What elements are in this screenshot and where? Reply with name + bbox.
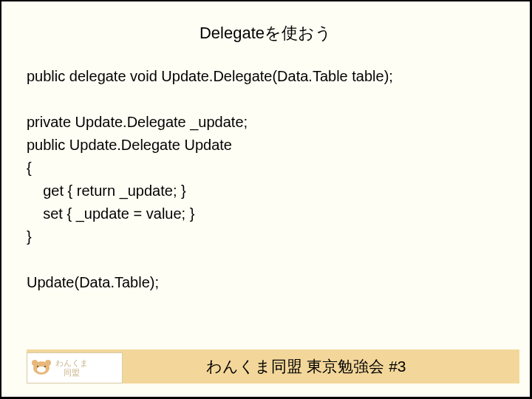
code-line: { bbox=[27, 157, 505, 180]
code-line: set { _update = value; } bbox=[27, 202, 505, 225]
code-line: Update(Data.Table); bbox=[27, 271, 505, 294]
footer-bar: わんくま 同盟 わんくま同盟 東京勉強会 #3 bbox=[27, 349, 519, 383]
slide-title: Delegateを使おう bbox=[1, 1, 530, 52]
logo-line1: わんくま bbox=[55, 358, 88, 368]
blank-line bbox=[27, 248, 505, 271]
logo-badge: わんくま 同盟 bbox=[27, 352, 123, 383]
code-line: public Update.Delegate Update bbox=[27, 134, 505, 157]
code-line: private Update.Delegate _update; bbox=[27, 111, 505, 134]
code-line: public delegate void Update.Delegate(Dat… bbox=[27, 65, 505, 88]
slide: Delegateを使おう public delegate void Update… bbox=[0, 0, 532, 399]
blank-line bbox=[27, 88, 505, 111]
code-block: public delegate void Update.Delegate(Dat… bbox=[1, 52, 530, 294]
code-line: get { return _update; } bbox=[27, 180, 505, 202]
logo-text: わんくま 同盟 bbox=[55, 358, 88, 377]
logo-line2: 同盟 bbox=[55, 368, 88, 378]
code-line: } bbox=[27, 225, 505, 248]
bear-icon bbox=[32, 360, 51, 376]
